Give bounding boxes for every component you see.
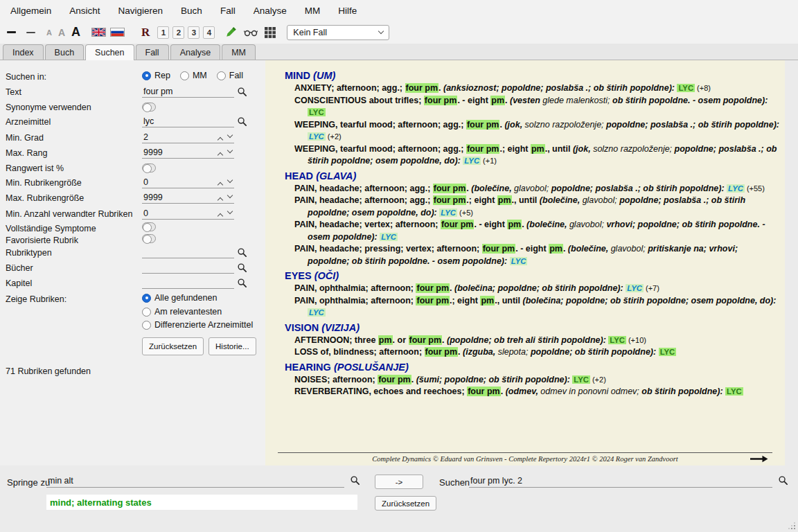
english-flag-icon[interactable] xyxy=(91,28,106,37)
result-row[interactable]: PAIN, headache; vertex; afternoon; four … xyxy=(265,219,779,243)
grade-3-button[interactable]: 3 xyxy=(188,26,200,39)
remedy-abbrev[interactable]: LYC xyxy=(608,336,626,344)
minus-bold-icon[interactable] xyxy=(7,31,16,33)
font-size-small-button[interactable]: A xyxy=(46,28,52,37)
result-row[interactable]: ANXIETY; afternoon; agg.; four pm. (anks… xyxy=(265,82,779,95)
radio-rep[interactable] xyxy=(142,71,151,80)
show-rubrics-row: Zeige Rubriken: Alle gefundenen xyxy=(6,292,265,306)
search-icon[interactable] xyxy=(778,475,788,486)
result-row[interactable]: PAIN, ophthalmia; afternoon; four pm.; e… xyxy=(265,295,779,319)
chevron-down-icon xyxy=(378,28,384,34)
menu-item-mm[interactable]: MM xyxy=(296,6,330,16)
tab-buch[interactable]: Buch xyxy=(45,44,85,60)
glasses-icon[interactable] xyxy=(244,28,258,37)
menu-item-analyse[interactable]: Analyse xyxy=(245,6,296,16)
chapter-header[interactable]: EYES (OČI) xyxy=(265,269,779,283)
menu-item-navigieren[interactable]: Navigieren xyxy=(109,6,172,16)
text-segment: (bolečine, xyxy=(540,195,580,205)
remedy-abbrev[interactable]: LYC xyxy=(463,157,481,165)
result-row[interactable]: LOSS of, blindness; afternoon; four pm. … xyxy=(265,346,779,359)
tab-mm[interactable]: MM xyxy=(222,44,256,60)
result-row[interactable]: PAIN, headache; afternoon; agg.; four pm… xyxy=(265,195,779,219)
insert-arrow-button[interactable]: -> xyxy=(375,475,423,489)
text-input[interactable] xyxy=(142,86,234,98)
search-icon[interactable] xyxy=(237,247,247,258)
remedy-abbrev[interactable]: LYC xyxy=(572,375,590,384)
search-icon[interactable] xyxy=(350,475,360,486)
menu-item-hilfe[interactable]: Hilfe xyxy=(329,6,366,16)
favorite-rubric-toggle[interactable] xyxy=(142,234,156,243)
chapter-header[interactable]: HEARING (POSLUŠANJE) xyxy=(265,361,779,374)
result-row[interactable]: CONSCIENTIOUS about trifles; four pm. - … xyxy=(265,95,779,119)
menu-item-buch[interactable]: Buch xyxy=(172,6,211,16)
grade-4-button[interactable]: 4 xyxy=(203,26,215,39)
result-row[interactable]: REVERBERATING, echoes and reechoes; four… xyxy=(265,386,779,398)
result-row[interactable]: PAIN, headache; pressing; vertex; aftern… xyxy=(265,243,779,267)
rank-pct-toggle[interactable] xyxy=(142,163,156,172)
menu-bar: Allgemein Ansicht Navigieren Buch Fall A… xyxy=(0,0,798,21)
text-segment: (+5) xyxy=(457,209,473,217)
search-icon[interactable] xyxy=(237,116,247,127)
search-icon[interactable] xyxy=(237,278,247,288)
result-row[interactable]: PAIN, ophthalmia; afternoon; four pm. (b… xyxy=(265,283,779,295)
chapter-header[interactable]: MIND (UM) xyxy=(265,69,779,82)
remedy-abbrev[interactable]: LYC xyxy=(308,108,326,116)
history-button[interactable]: Historie... xyxy=(209,337,256,355)
radio-alle-gefundenen[interactable] xyxy=(142,294,151,303)
result-row[interactable]: AFTERNOON; three pm. or four pm. (popold… xyxy=(265,335,779,347)
result-row[interactable]: PAIN, headache; afternoon; agg.; four pm… xyxy=(265,183,779,195)
chapters-input[interactable] xyxy=(142,277,234,289)
chapter-header[interactable]: HEAD (GLAVA) xyxy=(265,170,779,183)
remedy-abbrev[interactable]: LYC xyxy=(308,132,326,141)
min-grade-label: Min. Grad xyxy=(6,133,44,143)
radio-fall[interactable] xyxy=(217,71,226,80)
search-icon[interactable] xyxy=(237,263,247,273)
tab-fall[interactable]: Fall xyxy=(136,44,169,60)
tab-analyse[interactable]: Analyse xyxy=(170,44,220,60)
chapter-header[interactable]: VISION (VIZIJA) xyxy=(265,321,779,335)
font-size-medium-button[interactable]: A xyxy=(58,27,65,38)
menu-item-allgemein[interactable]: Allgemein xyxy=(1,6,60,16)
remedy-abbrev[interactable]: LYC xyxy=(308,308,326,317)
remedy-abbrev[interactable]: LYC xyxy=(677,84,695,92)
grade-1-button[interactable]: 1 xyxy=(157,26,169,39)
remedy-abbrev[interactable]: LYC xyxy=(626,284,644,292)
slovenian-flag-icon[interactable] xyxy=(110,28,125,37)
remedy-abbrev[interactable]: LYC xyxy=(510,257,528,265)
minus-thin-icon[interactable] xyxy=(26,32,35,33)
remedy-abbrev[interactable]: LYC xyxy=(725,387,743,396)
result-row[interactable]: WEEPING, tearful mood; afternoon; agg.; … xyxy=(265,119,779,143)
search-icon[interactable] xyxy=(237,87,247,97)
text-segment: . xyxy=(563,244,568,254)
jump-to-input[interactable] xyxy=(46,475,344,488)
bottom-reset-button[interactable]: Zurücksetzen xyxy=(375,496,436,511)
grade-2-button[interactable]: 2 xyxy=(172,26,184,39)
synonyms-toggle[interactable] xyxy=(142,103,156,112)
radio-differenzierte[interactable] xyxy=(142,321,151,330)
result-row[interactable]: WEEPING, tearful mood; afternoon; agg.; … xyxy=(265,143,779,168)
resize-grip[interactable] xyxy=(787,521,797,531)
result-row[interactable]: NOISES; afternoon; four pm. (šumi; popol… xyxy=(265,374,779,387)
repertory-r-button[interactable]: R xyxy=(141,26,150,39)
pencil-icon[interactable] xyxy=(225,26,237,38)
remedy-abbrev[interactable]: LYC xyxy=(659,348,677,356)
complete-symptoms-toggle[interactable] xyxy=(142,222,156,231)
reset-button[interactable]: Zurücksetzen xyxy=(142,337,204,355)
menu-item-fall[interactable]: Fall xyxy=(211,6,245,16)
menu-item-ansicht[interactable]: Ansicht xyxy=(60,6,109,16)
tab-suchen[interactable]: Suchen xyxy=(85,44,134,60)
remedy-abbrev[interactable]: LYC xyxy=(380,233,398,241)
radio-am-relevantesten[interactable] xyxy=(142,308,151,317)
remedy-abbrev[interactable]: LYC xyxy=(727,184,745,193)
remedies-input[interactable] xyxy=(142,116,234,127)
grid-icon[interactable] xyxy=(265,27,276,38)
font-size-large-button[interactable]: A xyxy=(71,25,80,39)
next-page-arrow-icon[interactable] xyxy=(750,455,768,464)
rubric-types-input[interactable] xyxy=(142,247,234,258)
case-dropdown[interactable]: Kein Fall xyxy=(287,25,389,40)
bottom-search-input[interactable] xyxy=(469,475,772,488)
tab-index[interactable]: Index xyxy=(3,44,44,60)
remedy-abbrev[interactable]: LYC xyxy=(439,209,457,217)
radio-mm[interactable] xyxy=(180,71,189,80)
books-input[interactable] xyxy=(142,262,234,274)
